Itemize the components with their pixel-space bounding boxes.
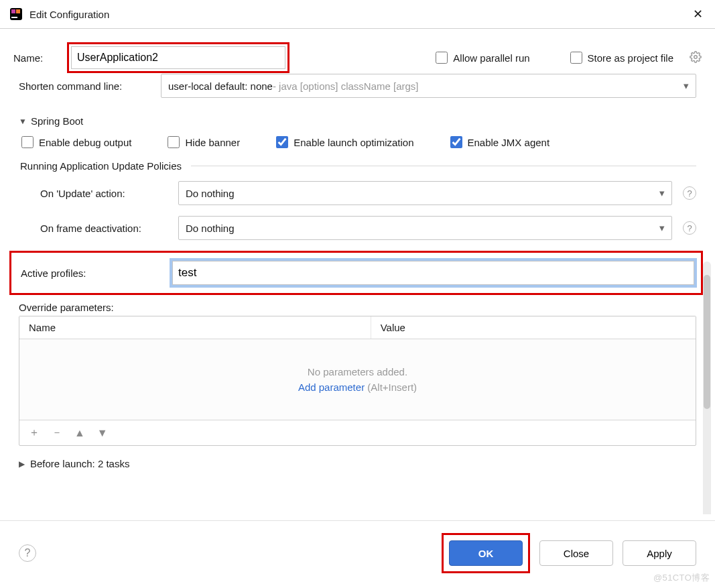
override-empty-msg: No parameters added. (308, 366, 407, 377)
jmx-agent-box[interactable] (450, 136, 462, 148)
override-table: Name Value No parameters added. Add para… (19, 316, 696, 446)
shorten-value-suffix: - java [options] className [args] (273, 80, 419, 92)
allow-parallel-checkbox[interactable]: Allow parallel run (436, 52, 529, 64)
window-title: Edit Configuration (29, 9, 109, 20)
update-policies-legend: Running Application Update Policies (20, 160, 182, 172)
help-icon[interactable]: ? (19, 544, 36, 562)
button-bar: ? OK Close Apply (0, 520, 715, 588)
ok-button[interactable]: OK (449, 540, 523, 566)
active-profiles-label: Active profiles: (15, 268, 163, 279)
shorten-value-prefix: user-local default: none (168, 80, 273, 92)
hide-banner-checkbox[interactable]: Hide banner (168, 136, 240, 148)
add-parameter-link[interactable]: Add parameter (298, 381, 365, 393)
svg-rect-3 (11, 17, 17, 18)
chevron-down-icon: ▾ (684, 80, 689, 92)
update-policies: Running Application Update Policies On '… (20, 160, 696, 240)
scrollbar-thumb[interactable] (704, 275, 710, 409)
override-col-value[interactable]: Value (371, 316, 696, 339)
override-title: Override parameters: (19, 302, 696, 313)
debug-output-label: Enable debug output (39, 137, 131, 148)
divider (191, 166, 696, 166)
override-empty-body: No parameters added. Add parameter (Alt+… (19, 339, 696, 420)
titlebar: Edit Configuration ✕ (0, 0, 715, 29)
close-button[interactable]: Close (539, 540, 613, 566)
on-frame-value: Do nothing (186, 223, 235, 234)
store-project-checkbox[interactable]: Store as project file (570, 52, 673, 64)
before-launch-label: Before launch: 2 tasks (30, 458, 129, 469)
chevron-down-icon: ▾ (659, 222, 665, 234)
override-col-name[interactable]: Name (19, 316, 371, 339)
launch-opt-label: Enable launch optimization (294, 137, 413, 148)
close-icon[interactable]: ✕ (689, 5, 707, 23)
on-update-label: On 'Update' action: (40, 188, 168, 199)
spring-boot-title: Spring Boot (31, 115, 83, 127)
shorten-row: Shorten command line: user-local default… (19, 74, 696, 98)
svg-rect-2 (16, 9, 20, 13)
debug-output-checkbox[interactable]: Enable debug output (21, 136, 131, 148)
before-launch-header[interactable]: ▶ Before launch: 2 tasks (19, 458, 696, 469)
down-icon[interactable]: ▼ (97, 427, 108, 439)
store-project-label: Store as project file (588, 52, 673, 64)
expand-icon: ▶ (19, 459, 25, 469)
minus-icon[interactable]: － (52, 426, 62, 440)
launch-opt-box[interactable] (276, 136, 288, 148)
on-frame-select[interactable]: Do nothing ▾ (178, 216, 672, 240)
add-parameter-hint: (Alt+Insert) (367, 381, 417, 393)
store-project-box[interactable] (570, 52, 582, 64)
shorten-select[interactable]: user-local default: none - java [options… (161, 74, 696, 98)
hide-banner-box[interactable] (168, 136, 180, 148)
up-icon[interactable]: ▲ (74, 427, 85, 439)
apply-button[interactable]: Apply (623, 540, 696, 566)
help-icon[interactable]: ? (683, 221, 696, 235)
debug-output-box[interactable] (21, 136, 34, 148)
svg-rect-1 (11, 9, 15, 13)
chevron-down-icon: ▾ (659, 187, 665, 199)
active-profiles-row: Active profiles: (9, 251, 703, 295)
active-profiles-input[interactable] (172, 261, 694, 285)
hide-banner-label: Hide banner (185, 137, 240, 148)
jmx-agent-checkbox[interactable]: Enable JMX agent (450, 136, 550, 148)
plus-icon[interactable]: ＋ (29, 426, 40, 440)
jmx-agent-label: Enable JMX agent (468, 137, 550, 148)
app-icon (9, 7, 23, 21)
scrollbar[interactable] (703, 261, 711, 514)
on-update-value: Do nothing (186, 188, 235, 199)
on-update-select[interactable]: Do nothing ▾ (178, 181, 672, 205)
name-label: Name: (13, 52, 54, 64)
shorten-label: Shorten command line: (19, 80, 153, 92)
allow-parallel-box[interactable] (436, 52, 448, 64)
help-icon[interactable]: ? (683, 186, 696, 200)
collapse-icon: ▼ (19, 117, 27, 126)
gear-icon[interactable] (690, 51, 702, 65)
launch-opt-checkbox[interactable]: Enable launch optimization (276, 136, 413, 148)
override-toolbar: ＋ － ▲ ▼ (19, 420, 696, 445)
svg-point-4 (694, 55, 698, 58)
name-input[interactable] (71, 46, 285, 69)
allow-parallel-label: Allow parallel run (453, 52, 529, 64)
on-frame-label: On frame deactivation: (40, 223, 168, 234)
spring-boot-header[interactable]: ▼ Spring Boot (19, 115, 696, 127)
